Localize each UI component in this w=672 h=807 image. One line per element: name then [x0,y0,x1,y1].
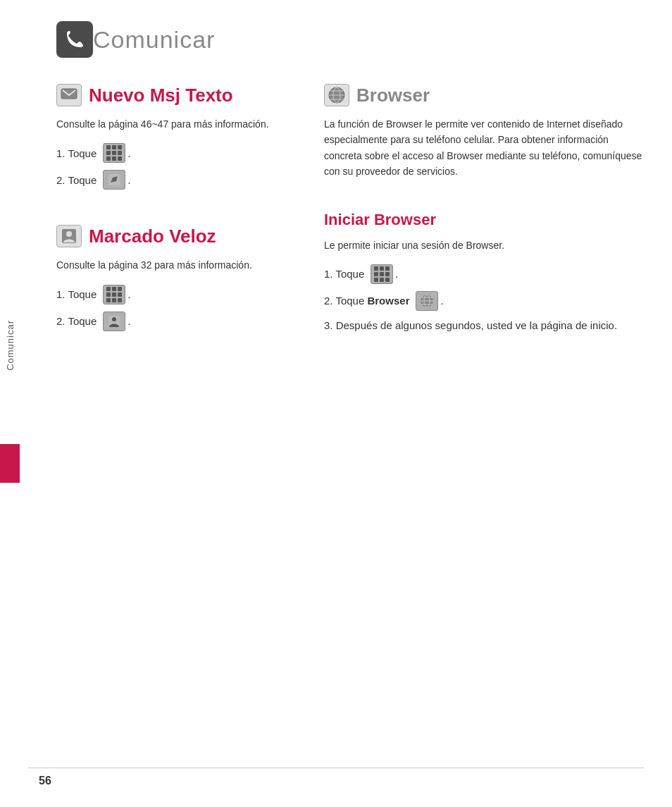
page-wrapper: Comunicar Comunicar [0,0,672,807]
person-svg-icon [108,315,120,328]
step-period: . [127,174,130,186]
step-number: 1. Toque [56,288,97,300]
nuevo-msj-texto-desc: Consulte la página 46~47 para más inform… [56,116,296,132]
pencil-icon [103,170,125,190]
right-column: Browser La función de Browser le permite… [324,82,644,347]
page-title: Comunicar [93,26,215,54]
step-item: 3. Después de algunos segundos, usted ve… [324,318,644,334]
message-icon-box [56,84,82,106]
step-item: 2. Toque . [56,312,296,331]
marcado-veloz-steps: 1. Toque . 2. Toque [56,285,296,331]
iniciar-browser-desc: Le permite iniciar una sesión de Browser… [324,238,644,253]
header-icon [56,21,93,58]
two-column-layout: Nuevo Msj Texto Consulte la página 46~47… [56,82,644,347]
contact-icon [61,228,77,244]
step-number: 2. Toque [56,315,97,327]
sidebar-bar [0,444,20,483]
browser-heading: Browser [324,82,644,108]
step-item: 2. Toque . [56,170,296,190]
step-period: . [127,147,130,159]
step-number: 1. Toque [324,268,364,280]
step-text-browser: 2. Toque Browser [324,295,409,307]
sidebar-label-text: Comunicar [5,320,15,371]
message-icon [61,88,77,102]
menu-grid-icon-2 [103,285,125,304]
phone-icon [63,28,86,51]
step-3-text: 3. Después de algunos segundos, usted ve… [324,318,617,334]
browser-section-icon [324,82,349,108]
menu-grid-icon-3 [371,264,393,284]
person-icon [103,312,125,331]
message-section-icon [56,82,82,108]
section-marcado-veloz: Marcado Veloz Consulte la página 32 para… [56,223,296,331]
step-item: 2. Toque Browser . [324,291,644,311]
browser-icon-box [324,84,349,106]
section-divider [56,204,296,223]
contact-icon-box [56,225,82,247]
step-period: . [127,288,130,300]
contact-section-icon [56,223,82,249]
dot-grid [374,266,390,282]
step-number: 1. Toque [56,147,97,159]
marcado-veloz-heading: Marcado Veloz [56,223,296,249]
step-item: 1. Toque . [56,143,296,163]
step-item: 1. Toque . [56,285,296,304]
section-divider-2 [324,191,644,211]
step-number: 2. Toque [56,174,97,186]
sidebar-label: Comunicar [0,247,20,444]
nuevo-msj-texto-steps: 1. Toque . 2. Toque [56,143,296,190]
pencil-svg-icon [108,173,120,186]
dot-grid [106,287,122,302]
step-period: . [127,315,130,327]
svg-point-4 [66,231,72,237]
browser-small-icon [416,291,438,311]
step-period: . [440,295,443,307]
iniciar-browser-steps: 1. Toque . 2. Toque Brows [324,264,644,334]
iniciar-browser-title: Iniciar Browser [324,211,644,229]
browser-globe-icon [328,86,346,104]
nuevo-msj-texto-title: Nuevo Msj Texto [89,85,233,106]
step-item: 1. Toque . [324,264,644,284]
marcado-veloz-title: Marcado Veloz [89,226,216,247]
svg-point-6 [112,317,116,321]
menu-grid-icon-1 [103,143,125,163]
step-period: . [395,268,398,280]
browser-title: Browser [356,85,430,106]
section-iniciar-browser: Iniciar Browser Le permite iniciar una s… [324,211,644,334]
marcado-veloz-desc: Consulte la página 32 para más informaci… [56,257,296,273]
nuevo-msj-texto-heading: Nuevo Msj Texto [56,82,296,108]
dot-grid [106,145,122,161]
page-number: 56 [39,775,51,787]
main-content: Comunicar [28,0,672,376]
header: Comunicar [56,21,644,58]
browser-small-svg-icon [419,293,435,309]
bottom-divider [28,768,644,768]
left-column: Nuevo Msj Texto Consulte la página 46~47… [56,82,296,347]
browser-body: La función de Browser le permite ver con… [324,116,644,180]
section-nuevo-msj-texto: Nuevo Msj Texto Consulte la página 46~47… [56,82,296,190]
section-browser: Browser La función de Browser le permite… [324,82,644,180]
